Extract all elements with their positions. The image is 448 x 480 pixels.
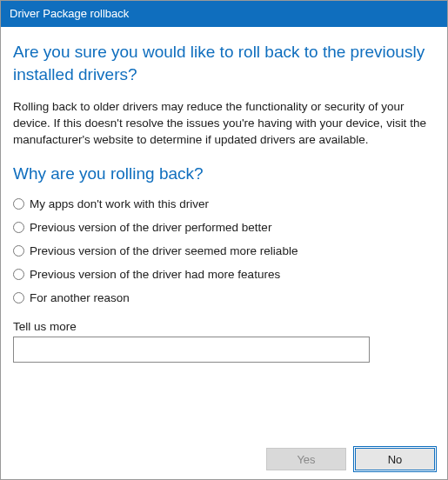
reason-label: For another reason [30,291,130,304]
reason-option[interactable]: Previous version of the driver performed… [13,221,435,234]
tell-us-more-label: Tell us more [13,320,435,333]
reason-radio-3[interactable] [13,245,24,257]
reason-radio-group: My apps don't work with this driver Prev… [13,197,435,304]
reason-radio-1[interactable] [13,198,24,210]
reason-label: Previous version of the driver seemed mo… [30,244,298,257]
reason-option[interactable]: For another reason [13,291,435,304]
reason-label: Previous version of the driver had more … [30,268,280,281]
subheading: Why are you rolling back? [13,164,435,183]
reason-radio-2[interactable] [13,222,24,233]
dialog-content: Are you sure you would like to roll back… [1,27,447,479]
reason-label: My apps don't work with this driver [30,197,209,210]
dialog-window: Driver Package rollback Are you sure you… [0,0,448,480]
reason-radio-5[interactable] [13,292,24,303]
main-heading: Are you sure you would like to roll back… [13,41,435,85]
yes-button[interactable]: Yes [266,448,346,470]
window-title: Driver Package rollback [10,7,129,20]
no-button[interactable]: No [355,448,435,470]
tell-us-more-input[interactable] [13,337,370,363]
reason-option[interactable]: Previous version of the driver seemed mo… [13,244,435,257]
reason-option[interactable]: My apps don't work with this driver [13,197,435,210]
button-row: Yes No [13,436,435,470]
titlebar: Driver Package rollback [1,1,447,27]
reason-radio-4[interactable] [13,269,24,280]
body-text: Rolling back to older drivers may reduce… [13,99,435,149]
reason-label: Previous version of the driver performed… [30,221,271,234]
reason-option[interactable]: Previous version of the driver had more … [13,268,435,281]
